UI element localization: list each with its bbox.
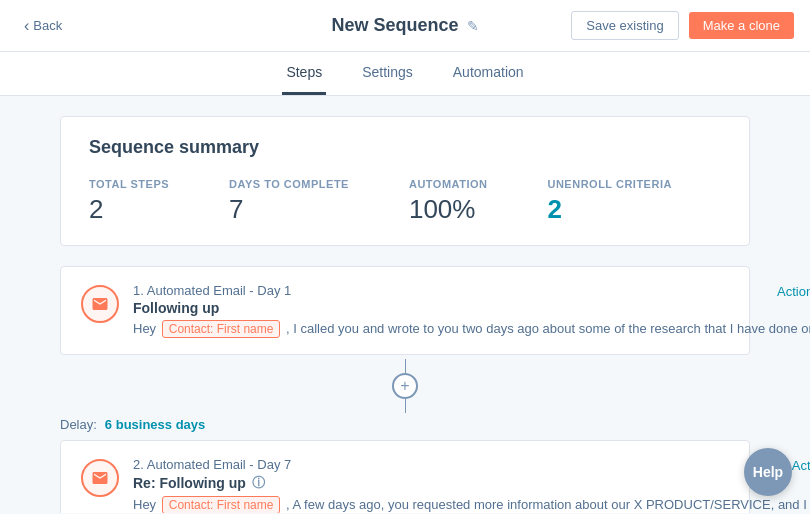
email-icon	[91, 295, 109, 313]
header: ‹ Back New Sequence ✎ Save existing Make…	[0, 0, 810, 52]
tab-settings[interactable]: Settings	[358, 52, 417, 95]
stat-automation-label: AUTOMATION	[409, 178, 488, 190]
step-2-body: 2. Automated Email - Day 7 Actions ▾ Re:…	[133, 457, 810, 513]
main-content: Sequence summary TOTAL STEPS 2 DAYS TO C…	[0, 96, 810, 513]
step-1-subject: Following up	[133, 300, 810, 316]
step-card-2: 2. Automated Email - Day 7 Actions ▾ Re:…	[60, 440, 750, 513]
stat-total-steps-label: TOTAL STEPS	[89, 178, 169, 190]
delay-row: Delay: 6 business days	[60, 417, 750, 440]
header-right: Save existing Make a clone	[571, 11, 794, 40]
make-clone-button[interactable]: Make a clone	[689, 12, 794, 39]
step-2-subject: Re: Following up ⓘ	[133, 474, 810, 492]
back-label: Back	[33, 18, 62, 33]
tab-steps[interactable]: Steps	[282, 52, 326, 95]
step-1-title-row: 1. Automated Email - Day 1 Actions ▾	[133, 283, 810, 300]
step-2-preview-before: Hey	[133, 497, 160, 512]
step-1-icon	[81, 285, 119, 323]
summary-stats: TOTAL STEPS 2 DAYS TO COMPLETE 7 AUTOMAT…	[89, 178, 721, 225]
stat-days-value: 7	[229, 194, 349, 225]
stat-days-label: DAYS TO COMPLETE	[229, 178, 349, 190]
connector-line-top	[405, 359, 406, 373]
step-2-title-row: 2. Automated Email - Day 7 Actions ▾	[133, 457, 810, 474]
back-arrow-icon: ‹	[24, 17, 29, 35]
step-1-preview-before: Hey	[133, 321, 160, 336]
step-2-preview-after: , A few days ago, you requested more inf…	[282, 497, 810, 512]
step-2-preview: Hey Contact: First name , A few days ago…	[133, 496, 810, 513]
tab-automation[interactable]: Automation	[449, 52, 528, 95]
stat-days-to-complete: DAYS TO COMPLETE 7	[229, 178, 349, 225]
summary-card: Sequence summary TOTAL STEPS 2 DAYS TO C…	[60, 116, 750, 246]
step-connector-1: +	[60, 355, 750, 417]
stat-unenroll: UNENROLL CRITERIA 2	[547, 178, 671, 225]
stat-automation-value: 100%	[409, 194, 488, 225]
step-1-actions-button[interactable]: Actions ▾	[777, 284, 810, 299]
tabs-nav: Steps Settings Automation	[0, 52, 810, 96]
step-1-contact-tag: Contact: First name	[162, 320, 281, 338]
save-existing-button[interactable]: Save existing	[571, 11, 678, 40]
stat-automation: AUTOMATION 100%	[409, 178, 488, 225]
info-icon[interactable]: ⓘ	[252, 474, 265, 492]
stat-unenroll-value: 2	[547, 194, 671, 225]
header-center: New Sequence ✎	[331, 15, 478, 36]
step-1-subject-text: Following up	[133, 300, 219, 316]
step-1-preview: Hey Contact: First name , I called you a…	[133, 320, 810, 338]
stat-total-steps: TOTAL STEPS 2	[89, 178, 169, 225]
header-left: ‹ Back	[16, 13, 70, 39]
step-2-contact-tag: Contact: First name	[162, 496, 281, 513]
step-1-name: 1. Automated Email - Day 1	[133, 283, 291, 298]
stat-unenroll-label: UNENROLL CRITERIA	[547, 178, 671, 190]
stat-total-steps-value: 2	[89, 194, 169, 225]
step-2-header: 2. Automated Email - Day 7 Actions ▾ Re:…	[81, 457, 729, 513]
add-step-button[interactable]: +	[392, 373, 418, 399]
connector-line-bottom	[405, 399, 406, 413]
delay-label: Delay:	[60, 417, 97, 432]
step-2-actions-button[interactable]: Actions ▾	[792, 458, 810, 473]
edit-icon[interactable]: ✎	[467, 18, 479, 34]
step-1-body: 1. Automated Email - Day 1 Actions ▾ Fol…	[133, 283, 810, 338]
back-button[interactable]: ‹ Back	[16, 13, 70, 39]
step-card-1: 1. Automated Email - Day 1 Actions ▾ Fol…	[60, 266, 750, 355]
sequence-title: New Sequence	[331, 15, 458, 36]
step-2-subject-text: Re: Following up	[133, 475, 246, 491]
step-1-header: 1. Automated Email - Day 1 Actions ▾ Fol…	[81, 283, 729, 338]
step-2-name: 2. Automated Email - Day 7	[133, 457, 291, 472]
summary-title: Sequence summary	[89, 137, 721, 158]
step-2-icon	[81, 459, 119, 497]
delay-value[interactable]: 6 business days	[105, 417, 205, 432]
email-icon-2	[91, 469, 109, 487]
step-1-preview-after: , I called you and wrote to you two days…	[282, 321, 810, 336]
help-button[interactable]: Help	[744, 448, 792, 496]
